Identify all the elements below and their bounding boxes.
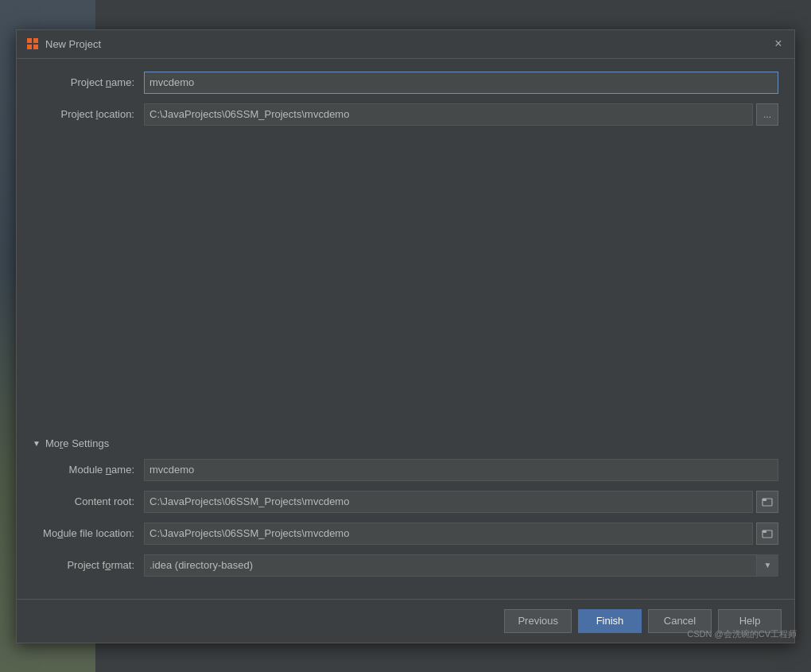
dialog-content: Project name: Project location: ... ▼ Mo… <box>17 59 794 599</box>
spacer <box>33 135 778 437</box>
watermark: CSDN @会洗碗的CV工程师 <box>687 628 797 640</box>
module-name-label: Module name: <box>33 464 144 476</box>
more-settings-label: More Settings <box>45 437 109 449</box>
more-settings-arrow-icon: ▼ <box>33 439 41 448</box>
project-format-select[interactable]: .idea (directory-based) Eclipse (.classp… <box>144 554 778 577</box>
more-settings-toggle[interactable]: ▼ More Settings <box>33 437 778 449</box>
content-root-input[interactable] <box>144 491 753 513</box>
project-format-row: Project format: .idea (directory-based) … <box>33 554 778 577</box>
module-file-location-row: Module file location: <box>33 522 778 545</box>
project-name-label: Project name: <box>33 76 144 88</box>
svg-rect-2 <box>27 45 32 49</box>
project-location-input[interactable] <box>144 103 753 126</box>
module-file-location-label: Module file location: <box>33 527 144 539</box>
module-file-location-browse-button[interactable] <box>756 522 778 545</box>
project-location-label: Project location: <box>33 108 144 120</box>
project-name-input[interactable] <box>144 72 778 94</box>
svg-rect-5 <box>762 499 766 501</box>
previous-button[interactable]: Previous <box>504 609 572 633</box>
content-root-row: Content root: <box>33 491 778 513</box>
app-icon <box>26 37 39 50</box>
finish-button[interactable]: Finish <box>578 609 642 633</box>
svg-rect-3 <box>33 45 38 49</box>
module-name-row: Module name: <box>33 459 778 481</box>
module-file-location-input[interactable] <box>144 522 753 545</box>
project-format-select-wrapper: .idea (directory-based) Eclipse (.classp… <box>144 554 778 577</box>
dialog-footer: Previous Finish Cancel Help <box>17 599 794 643</box>
dialog-title: New Project <box>45 38 772 50</box>
content-root-browse-button[interactable] <box>756 491 778 513</box>
project-location-browse-button[interactable]: ... <box>756 103 778 126</box>
project-format-label: Project format: <box>33 559 144 571</box>
svg-rect-0 <box>27 38 32 43</box>
content-root-label: Content root: <box>33 495 144 507</box>
project-name-row: Project name: <box>33 72 778 94</box>
title-bar: New Project × <box>17 30 794 59</box>
close-button[interactable]: × <box>772 37 785 50</box>
new-project-dialog: New Project × Project name: Project loca… <box>16 29 795 643</box>
dialog-wrapper: New Project × Project name: Project loca… <box>8 29 803 643</box>
project-location-row: Project location: ... <box>33 103 778 126</box>
module-name-input[interactable] <box>144 459 778 481</box>
svg-rect-7 <box>762 530 766 533</box>
svg-rect-1 <box>33 38 38 43</box>
